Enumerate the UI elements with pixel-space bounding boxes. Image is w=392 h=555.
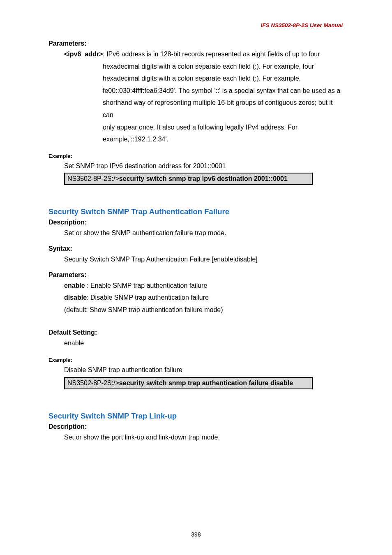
linkup-desc-text: Set or show the port link-up and link-do… [48,431,343,444]
auth-desc-label: Description: [48,219,343,226]
linkup-desc-label: Description: [48,423,343,430]
ipv6-param-body6: example,'::192.1.2.34'. [48,133,343,146]
auth-syntax-text: Security Switch SNMP Trap Authentication… [48,253,343,266]
page-number: 398 [0,531,392,538]
auth-cmd-bold: security switch snmp trap authentication… [119,379,293,386]
auth-enable-line: enable : Enable SNMP trap authentication… [48,280,343,292]
auth-example-line: Disable SNMP trap authentication failure [48,364,343,376]
auth-example-label: Example: [48,357,343,363]
ipv6-param-body1: hexadecimal digits with a colon separate… [48,60,343,73]
auth-cmd-prompt: NS3502-8P-2S:/> [67,379,119,386]
ipv6-param-body2: hexadecimal digits with a colon separate… [48,72,343,85]
header-product-label: IFS NS3502-8P-2S User Manual [48,22,343,28]
example1-label: Example: [48,153,343,159]
auth-syntax-label: Syntax: [48,245,343,252]
auth-defsetting-label: Default Setting: [48,329,343,336]
ipv6-param-line1: <ipv6_addr>: IPv6 address is in 128-bit … [48,48,343,60]
auth-default-line: (default: Show SNMP trap authentication … [48,304,343,316]
example1-line: Set SNMP trap IPv6 destination address f… [48,160,343,172]
auth-desc-text: Set or show the SNMP authentication fail… [48,227,343,239]
example1-cmdbox: NS3502-8P-2S:/>security switch snmp trap… [64,173,313,185]
example1-cmd-bold: security switch snmp trap ipv6 destinati… [119,175,288,182]
auth-disable-bold: disable [64,294,87,301]
ipv6-param-body4: shorthand way of representing multiple 1… [48,97,343,121]
auth-failure-heading: Security Switch SNMP Trap Authentication… [48,207,343,216]
example1-cmd-prompt: NS3502-8P-2S:/> [67,175,119,182]
parameters-label: Parameters: [48,40,343,47]
auth-defsetting-text: enable [48,337,343,349]
auth-disable-rest: : Disable SNMP trap authentication failu… [87,294,209,301]
auth-example-cmdbox: NS3502-8P-2S:/>security switch snmp trap… [64,377,313,389]
linkup-heading: Security Switch SNMP Trap Link-up [48,412,343,421]
ipv6-param-body5: only appear once. It also used a followi… [48,121,343,134]
ipv6-param-name: <ipv6_addr> [64,51,103,58]
auth-params-label: Parameters: [48,271,343,279]
ipv6-param-body3: fe00::030:4ffff:fea6:34d9'. The symbol '… [48,85,343,97]
auth-enable-bold: enable [64,282,85,289]
ipv6-param-intro: : IPv6 address is in 128-bit records rep… [103,51,320,58]
auth-disable-line: disable: Disable SNMP trap authenticatio… [48,291,343,304]
auth-enable-rest: : Enable SNMP trap authentication failur… [85,282,208,289]
